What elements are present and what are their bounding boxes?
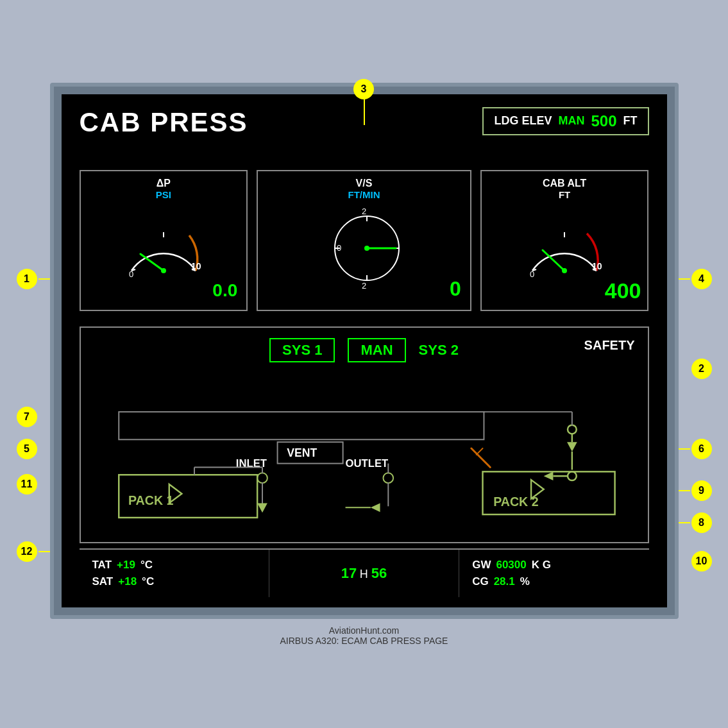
svg-text:VENT: VENT (287, 446, 317, 459)
flow-diagram-svg: PACK 1 PACK 2 VENT INLET OUTLET (94, 373, 635, 527)
svg-marker-46 (567, 442, 577, 452)
callout-8: 8 (691, 512, 712, 533)
sys-row: SYS 1 MAN SYS 2 (94, 338, 635, 362)
cg-unit: % (520, 575, 530, 588)
callout-3-line (364, 99, 365, 125)
svg-text:10: 10 (592, 261, 602, 271)
cab-alt-gauge: CAB ALT FT 10 (480, 170, 649, 311)
delta-p-title: ΔP (157, 178, 171, 189)
sys1-box: SYS 1 (269, 338, 335, 362)
svg-text:PACK 1: PACK 1 (128, 493, 173, 507)
svg-point-22 (562, 268, 567, 273)
svg-text:2: 2 (362, 281, 366, 291)
tat-unit: °C (140, 559, 153, 571)
gw-row: GW 60300 K G (472, 559, 636, 571)
safety-label: SAFETY (584, 338, 635, 353)
ldg-elev-label: LDG ELEV (494, 114, 552, 128)
callout-3: 3 (353, 79, 374, 99)
cab-alt-title: CAB ALT (543, 178, 586, 189)
callout-8-line (679, 522, 690, 523)
sys2-label: SYS 2 (419, 342, 459, 359)
delta-p-unit: PSI (156, 189, 171, 200)
svg-text:PACK 2: PACK 2 (493, 495, 539, 509)
vs-gauge: V/S FT/MIN 2 (257, 170, 471, 311)
svg-marker-43 (370, 503, 380, 512)
svg-text:0: 0 (337, 243, 341, 253)
gauges-row: ΔP PSI 10 0 (80, 170, 649, 311)
time-hours: 17 (341, 565, 357, 581)
temperature-section: TAT +19 °C SAT +18 °C (80, 550, 269, 597)
callout-1: 1 (17, 269, 37, 289)
callout-4: 4 (691, 269, 712, 289)
svg-text:0: 0 (530, 269, 534, 279)
callout-12-line (38, 551, 50, 552)
sat-value: +18 (118, 575, 137, 588)
watermark: AviationHunt.com (280, 625, 448, 636)
callout-9-line (679, 490, 690, 491)
svg-text:0: 0 (129, 269, 133, 279)
svg-line-54 (471, 448, 489, 467)
callout-10: 10 (691, 551, 712, 571)
gw-unit: K G (532, 559, 551, 571)
subtitle: AIRBUS A320: ECAM CAB PRESS PAGE (280, 636, 448, 646)
ldg-elev-mode: MAN (558, 114, 584, 128)
footer: AviationHunt.com AIRBUS A320: ECAM CAB P… (280, 625, 448, 646)
svg-text:10: 10 (191, 261, 201, 271)
cg-row: CG 28.1 % (472, 575, 636, 588)
time-section: 17 H 56 (269, 550, 459, 597)
callout-1-line (38, 278, 50, 280)
callout-11: 11 (17, 474, 37, 495)
delta-p-value: 0.0 (212, 280, 237, 301)
svg-text:2: 2 (362, 207, 366, 216)
pressurization-diagram: SYS 1 MAN SYS 2 SAFETY (80, 326, 649, 543)
time-minutes: 56 (371, 565, 387, 581)
cab-alt-svg: 10 0 (520, 200, 609, 284)
svg-rect-23 (119, 412, 484, 439)
svg-point-6 (161, 268, 166, 273)
cab-alt-value: 400 (605, 278, 641, 303)
delta-p-gauge: ΔP PSI 10 0 (80, 170, 248, 311)
sat-label: SAT (92, 575, 114, 588)
sat-unit: °C (142, 575, 154, 588)
vs-title: V/S (356, 178, 373, 189)
time-h-label: H (360, 568, 371, 580)
tat-row: TAT +19 °C (92, 559, 256, 571)
callout-7: 7 (17, 407, 37, 427)
gw-label: GW (472, 559, 491, 571)
svg-line-55 (476, 448, 482, 455)
vs-unit: FT/MIN (348, 189, 380, 200)
svg-point-49 (567, 471, 576, 480)
cab-alt-unit: FT (559, 189, 570, 200)
callout-4-line (679, 278, 690, 280)
status-bar: TAT +19 °C SAT +18 °C 17 (80, 548, 649, 597)
delta-p-svg: 10 0 (119, 200, 208, 284)
callout-6: 6 (691, 439, 712, 459)
ldg-elev-value: 500 (591, 112, 616, 130)
callout-9: 9 (691, 480, 712, 501)
svg-line-5 (140, 254, 164, 271)
svg-point-34 (257, 473, 267, 483)
svg-point-45 (567, 425, 576, 434)
ldg-elev-unit: FT (623, 114, 638, 128)
callout-12: 12 (17, 541, 37, 562)
vs-svg: 2 2 0 (312, 200, 415, 296)
sat-row: SAT +18 °C (92, 575, 256, 588)
svg-marker-40 (257, 503, 267, 512)
man-box: MAN (348, 338, 405, 362)
callout-5: 5 (17, 439, 37, 459)
tat-label: TAT (92, 559, 112, 571)
svg-point-15 (364, 246, 369, 251)
svg-marker-50 (543, 471, 553, 480)
weight-section: GW 60300 K G CG 28.1 % (459, 550, 648, 597)
callout-2: 2 (691, 359, 712, 379)
ldg-elev-box: LDG ELEV MAN 500 FT (482, 107, 648, 135)
tat-value: +19 (117, 559, 135, 571)
svg-text:OUTLET: OUTLET (345, 457, 388, 470)
gw-value: 60300 (496, 559, 526, 571)
cg-value: 28.1 (494, 575, 515, 588)
vs-value: 0 (450, 277, 461, 301)
callout-6-line (679, 448, 690, 450)
svg-point-35 (383, 473, 393, 483)
cg-label: CG (472, 575, 489, 588)
time-display: 17 H 56 (341, 565, 387, 582)
